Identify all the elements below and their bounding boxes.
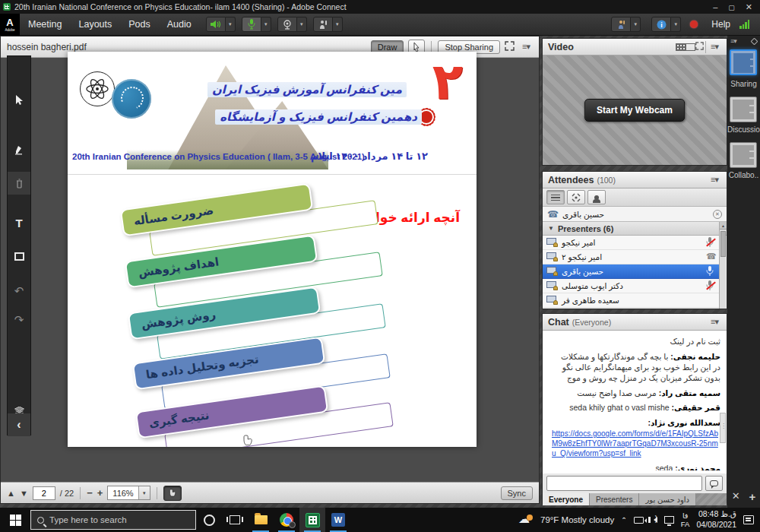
attendee-row-selected[interactable]: حسین باقری — [543, 264, 719, 279]
attendee-list-view-button[interactable] — [546, 190, 565, 204]
chat-pod-menu-icon[interactable] — [708, 317, 721, 327]
attendees-title: Attendees — [548, 175, 594, 185]
attendees-scrollbar[interactable] — [719, 222, 726, 309]
taskbar-search[interactable]: Type here to search — [30, 510, 196, 530]
layout-sharing-thumbnail[interactable] — [730, 49, 757, 75]
attendee-row[interactable]: امیر نیکجو ۲ ☎ — [543, 250, 719, 264]
speaker-button[interactable] — [206, 17, 236, 32]
undo-button[interactable] — [8, 280, 30, 302]
chat-scrollbar[interactable] — [720, 413, 726, 443]
start-webcam-button[interactable]: Start My Webcam — [584, 99, 685, 122]
attendee-status-view-button[interactable] — [587, 190, 606, 204]
chat-tab-presenters[interactable]: Presenters — [590, 493, 639, 505]
attendee-name: امیر نیکجو — [562, 238, 596, 247]
phone-audio-icon: ☎ — [706, 252, 715, 262]
raise-hand-dropdown[interactable] — [333, 17, 343, 32]
attendee-name: حسین باقری — [562, 267, 603, 276]
chat-input[interactable] — [546, 476, 702, 491]
send-message-button[interactable] — [705, 476, 723, 491]
eraser-tool[interactable] — [8, 172, 30, 195]
menu-audio[interactable]: Audio — [159, 14, 200, 36]
text-tool[interactable]: T — [8, 211, 30, 234]
chat-input-row — [543, 473, 727, 493]
attendee-row[interactable]: سعیده طاهری فر — [543, 293, 719, 308]
microphone-button[interactable] — [242, 17, 271, 32]
attendee-row[interactable]: دکتر ایوب متوسلی — [543, 279, 719, 293]
next-page-button[interactable] — [20, 489, 28, 498]
dismiss-icon[interactable] — [713, 210, 722, 219]
tray-volume-icon[interactable] — [651, 517, 657, 523]
raise-hand-button[interactable] — [313, 17, 343, 32]
microphone-dropdown[interactable] — [261, 17, 271, 32]
grid-view-icon[interactable] — [686, 43, 695, 51]
marker-tool[interactable] — [8, 138, 30, 161]
action-center-icon[interactable] — [743, 515, 754, 524]
file-explorer-button[interactable] — [248, 508, 274, 532]
webcam-button[interactable] — [277, 17, 307, 32]
zoom-in-button[interactable]: + — [97, 487, 103, 499]
info-dropdown[interactable] — [671, 17, 681, 32]
layout-discussion-thumbnail[interactable] — [730, 97, 757, 122]
zoom-select[interactable]: 116% — [107, 486, 150, 500]
network-signal-icon[interactable] — [739, 20, 749, 29]
redo-button[interactable] — [8, 309, 30, 331]
person-icon — [594, 195, 599, 200]
webcam-dropdown[interactable] — [297, 17, 307, 32]
selection-tool[interactable] — [8, 88, 30, 111]
set-status-button[interactable] — [611, 17, 641, 32]
tray-display-icon[interactable] — [664, 516, 674, 524]
layouts-menu-icon[interactable] — [730, 37, 736, 45]
menu-meeting[interactable]: Meeting — [20, 14, 70, 36]
zoom-out-button[interactable]: − — [87, 487, 93, 499]
cortana-button[interactable] — [196, 508, 222, 532]
chat-tab-everyone[interactable]: Everyone — [543, 493, 590, 505]
layout-tools-icon[interactable] — [732, 490, 740, 503]
maximize-button[interactable] — [728, 2, 735, 11]
previous-page-button[interactable] — [7, 489, 15, 498]
adobe-connect-taskbar-button[interactable] — [299, 508, 325, 532]
word-button[interactable]: W — [325, 508, 351, 532]
language-indicator[interactable]: فاFA — [681, 511, 690, 529]
chat-link[interactable]: https://docs.google.com/forms/d/e/1FAIpQ… — [552, 429, 720, 458]
attendee-row[interactable]: امیر نیکجو — [543, 236, 719, 250]
set-status-dropdown[interactable] — [631, 17, 641, 32]
pan-tool-button[interactable] — [163, 486, 182, 501]
scroll-up-icon[interactable] — [720, 222, 727, 230]
speaker-dropdown[interactable] — [226, 17, 236, 32]
chrome-button[interactable] — [274, 508, 299, 532]
minimize-button[interactable] — [713, 2, 717, 11]
video-fullscreen-icon[interactable] — [695, 42, 704, 52]
pin-icon[interactable] — [751, 37, 758, 45]
close-button[interactable] — [746, 2, 752, 12]
adobe-logo: AAdobe — [0, 14, 20, 36]
scrollbar-thumb[interactable] — [720, 231, 726, 257]
weather-text[interactable]: 79°F Mostly cloudy — [540, 515, 614, 524]
zoom-dropdown-icon[interactable] — [138, 486, 150, 499]
share-pod-menu-icon[interactable] — [519, 42, 533, 52]
taskbar-clock[interactable]: 08:48 ق.ظ04/08/2021 — [696, 509, 736, 530]
shared-filename: hossein bagheri.pdf — [7, 42, 87, 52]
weather-icon[interactable] — [518, 515, 534, 525]
video-pod-menu-icon[interactable] — [708, 42, 721, 52]
tray-camera-icon[interactable] — [634, 517, 644, 524]
menu-layouts[interactable]: Layouts — [70, 14, 120, 36]
task-view-button[interactable] — [222, 508, 248, 532]
chat-message: محمد نوری seda — [552, 463, 720, 470]
page-number-input[interactable] — [33, 486, 55, 500]
layout-collaboration-thumbnail[interactable] — [730, 142, 757, 168]
info-button[interactable]: i — [651, 17, 681, 32]
attendees-pod-menu-icon[interactable] — [708, 175, 721, 185]
add-layout-icon[interactable] — [749, 490, 755, 503]
breakout-view-button[interactable] — [567, 190, 585, 204]
tray-expand-icon[interactable] — [621, 516, 627, 524]
chat-tab-private[interactable]: داود حسن پور — [639, 493, 696, 505]
filmstrip-view-icon[interactable] — [676, 43, 686, 51]
presenters-group-header[interactable]: Presenters (6) — [543, 222, 727, 236]
collapse-toolbar-button[interactable] — [8, 413, 30, 436]
shape-tool[interactable] — [8, 245, 30, 268]
start-button[interactable] — [0, 508, 30, 532]
sync-button[interactable]: Sync — [501, 486, 533, 500]
menu-pods[interactable]: Pods — [120, 14, 159, 36]
help-menu[interactable]: Help — [711, 19, 730, 30]
fullscreen-icon[interactable] — [505, 41, 515, 52]
